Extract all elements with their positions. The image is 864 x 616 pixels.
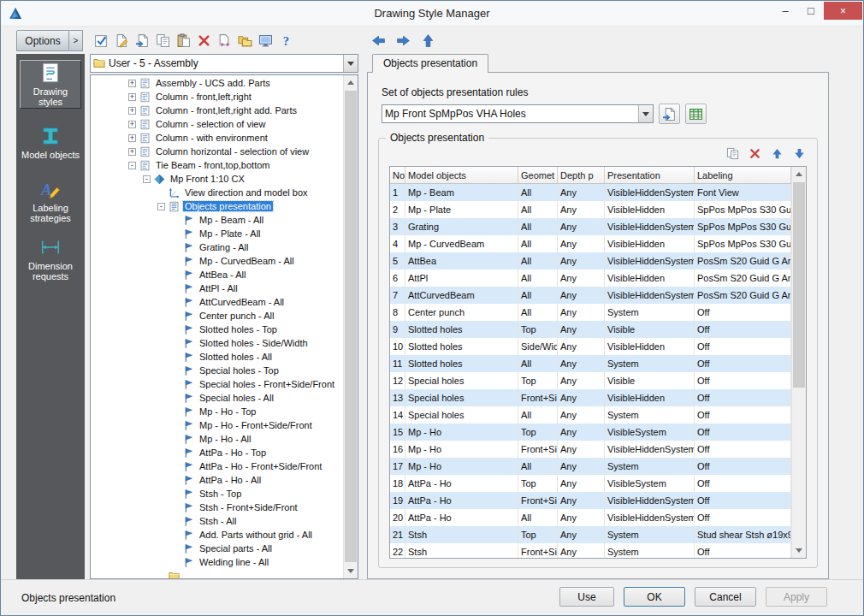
tree-item[interactable]: Mp - Ho - Front+Side/Front — [91, 418, 343, 432]
tree-item[interactable]: Special holes - Top — [91, 364, 343, 377]
forward-button[interactable] — [394, 31, 412, 50]
rule-set-combo[interactable]: Mp Front SpMpPos VHA Holes — [382, 104, 654, 123]
table-scrollbar[interactable] — [791, 167, 806, 558]
scrollbar-thumb[interactable] — [793, 182, 805, 388]
combo-dropdown-button[interactable] — [638, 105, 653, 122]
table-row[interactable]: 1Mp - BeamAllAnyVisibleHiddenSystemFont … — [390, 184, 791, 201]
edit-style-button[interactable] — [112, 31, 131, 50]
tree-item[interactable]: Slotted holes - Side/Width — [91, 336, 343, 350]
table-row[interactable]: 15Mp - HoTopAnyVisibleSystemOff — [390, 424, 791, 441]
sidebar-item-dimension-requests[interactable]: Dimension requests — [20, 234, 81, 283]
delete-button[interactable] — [747, 145, 762, 161]
import-export-button[interactable] — [215, 31, 234, 50]
table-row[interactable]: 10Slotted holesSide/WidAnyVisibleHiddenO… — [390, 338, 791, 355]
tree-item[interactable]: -Objects presentation — [91, 199, 343, 213]
tree-item[interactable]: Mp - CurvedBeam - All — [91, 254, 343, 268]
tree-item[interactable]: Mp - Ho - Top — [91, 405, 343, 418]
copy-button[interactable] — [153, 31, 172, 50]
collapse-icon[interactable]: - — [128, 162, 136, 169]
expand-icon[interactable]: + — [128, 80, 136, 87]
tree-item[interactable]: +Assembly - UCS add. Parts — [91, 76, 343, 90]
table-row[interactable]: 13Special holesFront+SiAnyVisibleHiddenO… — [390, 389, 791, 406]
tree-item[interactable]: Slotted holes - Top — [91, 323, 343, 336]
ok-button[interactable]: OK — [624, 587, 685, 607]
table-row[interactable]: 9Slotted holesTopAnyVisibleOff — [390, 321, 791, 338]
tree-item[interactable]: AttPa - Ho - All — [91, 473, 343, 487]
options-button[interactable]: Options — [16, 30, 69, 51]
tree-item[interactable]: +Column - front,left,right add. Parts — [91, 104, 343, 117]
style-group-combo[interactable]: User - 5 - Assembly — [90, 54, 358, 73]
tree-item[interactable] — [91, 569, 343, 578]
tree-item[interactable]: Center punch - All — [91, 309, 343, 323]
table-row[interactable]: 12Special holesTopAnyVisibleOff — [390, 372, 791, 389]
delete-button[interactable] — [194, 31, 213, 50]
tree-item[interactable]: +Column horizontal - selection of view — [91, 145, 343, 158]
collapse-icon[interactable]: - — [143, 175, 151, 183]
sidebar-item-labeling-strategies[interactable]: ALabeling strategies — [20, 176, 81, 225]
minimize-button[interactable]: – — [772, 2, 798, 20]
combo-dropdown-button[interactable] — [343, 55, 358, 72]
table-row[interactable]: 22StshFront+SiAnySystemOff — [390, 543, 791, 558]
tree-item[interactable]: Special holes - Front+Side/Front — [91, 377, 343, 391]
table-row[interactable]: 17Mp - HoAllAnySystemOff — [390, 458, 791, 475]
close-button[interactable]: × — [824, 2, 862, 20]
tree-item[interactable]: AttPa - Ho - Top — [91, 446, 343, 459]
tree-item[interactable]: AttBea - All — [91, 268, 343, 281]
back-button[interactable] — [369, 31, 388, 50]
tree-item[interactable]: AttPl - All — [91, 281, 343, 295]
table-row[interactable]: 7AttCurvedBeamAllAnyVisibleHiddenSystemP… — [390, 287, 791, 304]
open-rule-set-button[interactable] — [659, 104, 680, 124]
column-header[interactable]: Depth p — [558, 167, 605, 183]
scroll-down-button[interactable] — [344, 564, 358, 578]
tree-item[interactable]: -Mp Front 1:10 CX — [91, 172, 343, 186]
tree-item[interactable]: Add. Parts without grid - All — [91, 528, 343, 542]
tree-item[interactable]: View direction and model box — [91, 186, 343, 199]
sidebar-item-drawing-styles[interactable]: Drawing styles — [20, 60, 81, 109]
tree-item[interactable]: Stsh - Front+Side/Front — [91, 500, 343, 514]
screen-tip-button[interactable] — [256, 31, 275, 50]
table-row[interactable]: 18AttPa - HoTopAnyVisibleSystemOff — [390, 475, 791, 492]
move-down-button[interactable] — [791, 145, 807, 161]
sidebar-item-model-objects[interactable]: Model objects — [20, 118, 81, 167]
table-row[interactable]: 14Special holesAllAnySystemOff — [390, 406, 791, 424]
expand-icon[interactable]: + — [128, 93, 136, 101]
table-row[interactable]: 8Center punchAllAnySystemOff — [390, 304, 791, 321]
expand-icon[interactable]: + — [128, 121, 136, 128]
tab-objects-presentation[interactable]: Objects presentation — [372, 54, 488, 73]
tree-scrollbar[interactable] — [343, 75, 358, 578]
tree-item[interactable]: Mp - Plate - All — [91, 227, 343, 240]
library-button[interactable] — [235, 31, 254, 50]
paste-button[interactable] — [174, 31, 192, 50]
tree-item[interactable]: Stsh - All — [91, 514, 343, 528]
apply-button[interactable]: Apply — [766, 587, 827, 607]
tree-item[interactable]: AttCurvedBeam - All — [91, 295, 343, 309]
column-header[interactable]: Model objects — [405, 167, 518, 183]
scrollbar-thumb[interactable] — [345, 91, 357, 562]
options-chevron-button[interactable]: > — [69, 30, 83, 51]
tree-item[interactable]: -Tie Beam - front,top,bottom — [91, 158, 343, 172]
tree-item[interactable]: Grating - All — [91, 240, 343, 254]
expand-icon[interactable]: + — [128, 134, 136, 142]
tree-item[interactable]: AttPa - Ho - Front+Side/Front — [91, 459, 343, 473]
help-button[interactable]: ? — [276, 31, 295, 50]
tree-item[interactable]: +Column - selection of view — [91, 117, 343, 131]
column-header[interactable]: No — [390, 167, 405, 183]
cancel-button[interactable]: Cancel — [695, 587, 756, 607]
move-up-button[interactable] — [769, 145, 784, 161]
table-row[interactable]: 2Mp - PlateAllAnyVisibleHiddenSpPos MpPo… — [390, 201, 791, 218]
tree-item[interactable]: +Column - with environment — [91, 131, 343, 145]
table-row[interactable]: 6AttPlAllAnyVisibleHiddenPosSm S20 Guid … — [390, 270, 791, 287]
table-row[interactable]: 19AttPa - HoFront+SiAnyVisibleHiddenSyst… — [390, 492, 791, 509]
expand-icon[interactable]: + — [128, 148, 136, 156]
table-row[interactable]: 3GratingAllAnyVisibleHiddenSystemSpPos M… — [390, 218, 791, 235]
column-header[interactable]: Geomet — [518, 167, 558, 183]
up-button[interactable] — [418, 31, 437, 50]
tree-item[interactable]: Mp - Ho - All — [91, 432, 343, 446]
maximize-button[interactable]: □ — [798, 2, 824, 20]
tree-item[interactable]: +Column - front,left,right — [91, 90, 343, 104]
default-check-button[interactable] — [92, 31, 110, 50]
table-row[interactable]: 20AttPa - HoAllAnyVisibleHiddenSystemOff — [390, 509, 791, 526]
tree-item[interactable]: Mp - Beam - All — [91, 213, 343, 227]
tree-item[interactable]: Stsh - Top — [91, 487, 343, 500]
use-button[interactable]: Use — [559, 587, 614, 607]
